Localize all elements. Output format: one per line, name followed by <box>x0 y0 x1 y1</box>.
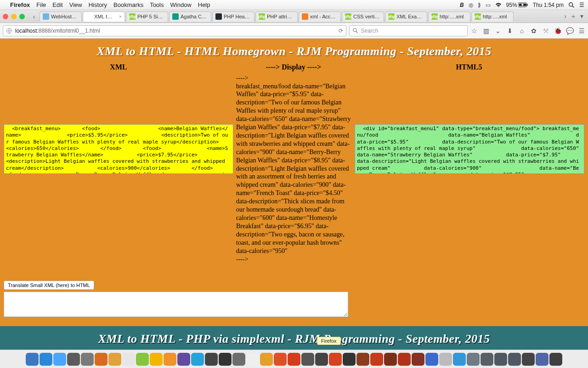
tab-7[interactable]: phpCSS verti… <box>342 12 384 22</box>
menubar-wifi-icon[interactable] <box>495 2 502 8</box>
menubar-circle-icon[interactable]: ◎ <box>469 2 473 8</box>
dock-app-33[interactable] <box>481 353 493 366</box>
menu-edit[interactable]: Edit <box>52 1 62 8</box>
dock-app-5[interactable] <box>95 353 107 366</box>
dock-app-28[interactable] <box>412 353 424 366</box>
dock-app-18[interactable] <box>274 353 287 366</box>
menubar-clock[interactable]: Thu 1:54 pm <box>533 2 564 8</box>
menu-history[interactable]: History <box>89 1 107 8</box>
tab-favicon <box>43 13 49 20</box>
dock-app-22[interactable] <box>329 353 342 366</box>
dock-app-8[interactable] <box>136 353 149 366</box>
menu-file[interactable]: File <box>36 1 46 8</box>
dock-app-2[interactable] <box>53 353 66 366</box>
dock-app-16[interactable] <box>246 353 259 366</box>
home-icon[interactable]: ⌂ <box>518 27 526 34</box>
puzzle-icon[interactable]: ✿ <box>530 27 537 34</box>
star-icon[interactable]: ☆ <box>470 27 478 34</box>
menu-help[interactable]: Help <box>198 1 210 8</box>
dock-app-21[interactable] <box>315 353 328 366</box>
all-tabs-button[interactable]: ▾ <box>580 12 583 21</box>
dock-app-23[interactable] <box>343 353 356 366</box>
menubar-spotlight-icon[interactable] <box>568 2 575 8</box>
tab-3[interactable]: Agatha C… <box>169 12 211 22</box>
dock-app-1[interactable] <box>40 353 52 366</box>
identity-icon <box>6 28 12 34</box>
tab-close-icon[interactable]: × <box>117 14 122 19</box>
tab-5[interactable]: phpPHP attri… <box>255 12 298 22</box>
tab-9[interactable]: phphttp:….xml <box>428 12 470 22</box>
dock-app-31[interactable] <box>453 353 466 366</box>
dock-app-17[interactable] <box>260 353 273 366</box>
dock-app-34[interactable] <box>494 353 507 366</box>
dock-app-25[interactable] <box>370 353 383 366</box>
search-bar[interactable]: Search <box>349 25 468 36</box>
dock-app-27[interactable] <box>398 353 411 366</box>
zoom-window-button[interactable] <box>19 14 25 19</box>
svg-rect-1 <box>527 4 528 6</box>
dock-app-32[interactable] <box>467 353 480 366</box>
dock-app-14[interactable] <box>219 353 232 366</box>
dock-app-10[interactable] <box>164 353 176 366</box>
menubar-display-icon[interactable]: ▭ <box>486 2 491 8</box>
html-output-box[interactable]: <div id="breakfast_menu1" data-type="bre… <box>355 124 584 174</box>
dock-app-11[interactable] <box>177 353 190 366</box>
tab-favicon: php <box>388 13 395 20</box>
dev-icon[interactable]: ⚒ <box>542 27 549 34</box>
xml-source-box[interactable]: <breakfast_menu> <food> <name>Belgian Wa… <box>4 124 233 174</box>
tab-1[interactable]: XML t…× <box>83 12 125 22</box>
tab-scroll-right[interactable]: › <box>564 12 566 21</box>
bug-icon[interactable]: 🐞 <box>554 27 561 34</box>
dock-app-4[interactable] <box>81 353 94 366</box>
dock-app-12[interactable] <box>191 353 204 366</box>
dock-app-13[interactable] <box>205 353 218 366</box>
tab-6[interactable]: xml - Acc… <box>299 12 341 22</box>
url-bar[interactable]: localhost:8888/xmltohtml0__1.html ⟳ <box>3 25 346 36</box>
tab-8[interactable]: phpXML Exa… <box>385 12 427 22</box>
dock-app-30[interactable] <box>439 353 452 366</box>
dock-app-38[interactable] <box>549 353 562 366</box>
dock-app-36[interactable] <box>522 353 535 366</box>
dock-app-37[interactable] <box>536 353 548 366</box>
toolbar: localhost:8888/xmltohtml0__1.html ⟳ Sear… <box>0 23 588 39</box>
dock-app-3[interactable] <box>67 353 80 366</box>
dock-app-20[interactable] <box>301 353 314 366</box>
menubar-sound-icon[interactable]: ⟫ <box>478 2 481 8</box>
chat-icon[interactable]: 💬 <box>566 27 573 34</box>
reload-icon[interactable]: ⟳ <box>339 28 343 34</box>
dock-app-26[interactable] <box>384 353 397 366</box>
menu-window[interactable]: Window <box>170 1 192 8</box>
pocket-icon[interactable]: ⌄ <box>494 27 502 34</box>
menu-view[interactable]: View <box>69 1 82 8</box>
xml-input-textarea[interactable] <box>4 292 348 317</box>
menu-bookmarks[interactable]: Bookmarks <box>113 1 143 8</box>
tab-scroll-left[interactable]: ‹ <box>29 13 39 20</box>
section-homegrown: XML to HTML - HTML Homegrown - RJM Progr… <box>0 39 588 326</box>
menubar-battery[interactable]: 95% <box>506 2 528 8</box>
bookmarks-menu-icon[interactable]: ▥ <box>482 27 490 34</box>
dock-app-0[interactable] <box>26 353 39 366</box>
minimize-window-button[interactable] <box>11 14 17 19</box>
dock-app-9[interactable] <box>150 353 163 366</box>
new-tab-button[interactable]: ＋ <box>570 12 577 21</box>
dock-app-15[interactable] <box>232 353 245 366</box>
translate-button[interactable]: Translate Small XML (here) to HTML <box>4 281 94 290</box>
downloads-icon[interactable]: ⬇ <box>506 27 514 34</box>
menu-tools[interactable]: Tools <box>150 1 164 8</box>
dock-app-6[interactable] <box>108 353 121 366</box>
dock-app-7[interactable] <box>122 353 135 366</box>
tab-2[interactable]: phpPHP 5 Si… <box>126 12 168 22</box>
close-window-button[interactable] <box>3 14 8 19</box>
tab-4[interactable]: PHP Hea… <box>212 12 254 22</box>
dock-app-24[interactable] <box>356 353 369 366</box>
dock-app-19[interactable] <box>288 353 300 366</box>
dock-app-35[interactable] <box>508 353 521 366</box>
menubar-bitcoin-icon[interactable]: B <box>460 2 464 8</box>
dock-app-29[interactable] <box>425 353 438 366</box>
tab-0[interactable]: WebHost… <box>40 12 82 22</box>
tab-10[interactable]: phphttp:….xml <box>471 12 514 22</box>
hamburger-icon[interactable]: ☰ <box>578 27 585 34</box>
tab-favicon: php <box>129 13 136 20</box>
menu-app-name[interactable]: Firefox <box>10 1 30 8</box>
menubar-notifications-icon[interactable]: ☰ <box>579 2 584 8</box>
